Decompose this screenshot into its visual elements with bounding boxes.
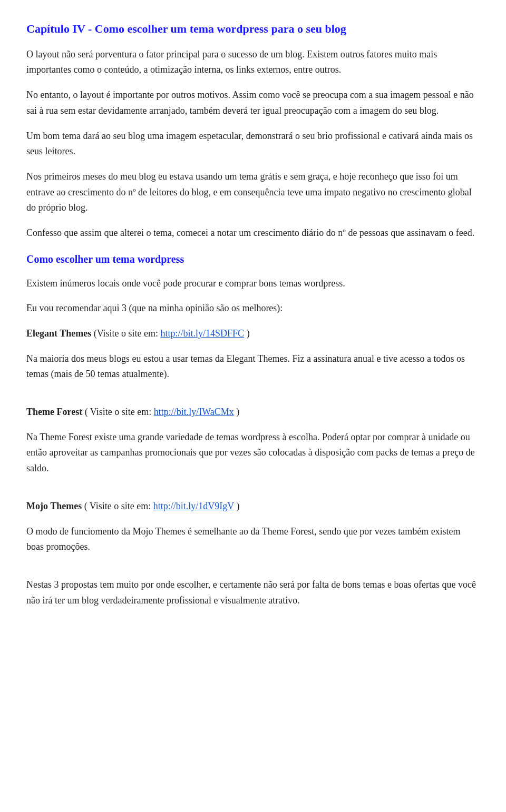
themeforest-after-link: ) xyxy=(234,407,240,417)
themeforest-description: Na Theme Forest existe uma grande varied… xyxy=(26,430,480,477)
themeforest-link[interactable]: http://bit.ly/IWaCMx xyxy=(154,407,234,417)
final-paragraph: Nestas 3 propostas tem muito por onde es… xyxy=(26,577,480,608)
paragraph-5: Confesso que assim que alterei o tema, c… xyxy=(26,225,480,241)
elegant-themes-link[interactable]: http://bit.ly/14SDFFC xyxy=(161,328,245,339)
spacer-2 xyxy=(26,486,480,499)
paragraph-2: No entanto, o layout é importante por ou… xyxy=(26,87,480,118)
section-intro-2: Eu vou recomendar aqui 3 (que na minha o… xyxy=(26,301,480,316)
section-intro-1: Existem inúmeros locais onde você pode p… xyxy=(26,276,480,292)
paragraph-4: Nos primeiros meses do meu blog eu estav… xyxy=(26,169,480,216)
page-title: Capítulo IV - Como escolher um tema word… xyxy=(26,21,480,37)
paragraph-3: Um bom tema dará ao seu blog uma imagem … xyxy=(26,128,480,160)
elegant-themes-line: Elegant Themes (Visite o site em: http:/… xyxy=(26,326,480,342)
mojo-themes-name: Mojo Themes xyxy=(26,501,82,511)
mojo-themes-line: Mojo Themes ( Visite o site em: http://b… xyxy=(26,499,480,514)
elegant-themes-name: Elegant Themes xyxy=(26,328,91,339)
mojo-themes-after-link: ) xyxy=(234,501,240,511)
mojo-themes-suffix: ( Visite o site em: xyxy=(82,501,153,511)
elegant-themes-suffix: (Visite o site em: xyxy=(91,328,160,339)
themeforest-suffix: ( Visite o site em: xyxy=(82,407,154,417)
mojo-themes-link[interactable]: http://bit.ly/1dV9IgV xyxy=(153,501,234,511)
elegant-themes-description: Na maioria dos meus blogs eu estou a usa… xyxy=(26,351,480,382)
elegant-themes-after-link: ) xyxy=(244,328,250,339)
spacer-1 xyxy=(26,392,480,404)
themeforest-name: Theme Forest xyxy=(26,407,82,417)
section-heading: Como escolher um tema wordpress xyxy=(26,251,480,268)
mojo-themes-description: O modo de funciomento da Mojo Themes é s… xyxy=(26,524,480,555)
paragraph-1: O layout não será porventura o fator pri… xyxy=(26,47,480,78)
themeforest-line: Theme Forest ( Visite o site em: http://… xyxy=(26,404,480,420)
spacer-3 xyxy=(26,565,480,577)
